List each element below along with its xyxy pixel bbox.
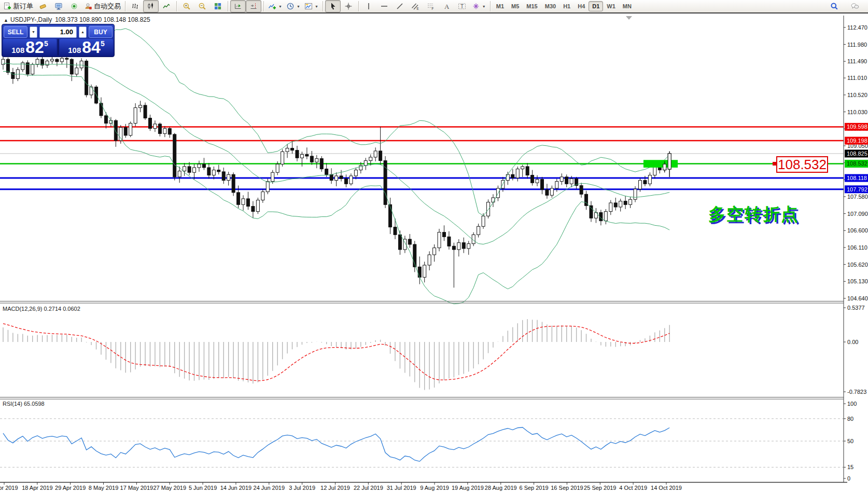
candle-body: [639, 181, 642, 189]
auto-trading-label: 自动交易: [94, 2, 121, 11]
candle-body: [134, 108, 137, 124]
date-label[interactable]: 25 Sep 2019: [584, 485, 616, 491]
date-label[interactable]: 12 Jul 2019: [320, 485, 350, 491]
timeframe-m15-button[interactable]: M15: [523, 1, 541, 11]
price-callout-108532[interactable]: 108.532: [776, 156, 828, 173]
timeframe-mn-button[interactable]: MN: [619, 1, 635, 11]
dropdown-arrow-icon[interactable]: ▼: [482, 5, 486, 8]
dropdown-arrow-icon[interactable]: ▼: [297, 5, 300, 8]
candle-body: [389, 204, 392, 227]
dropdown-arrow-icon[interactable]: ▼: [315, 5, 318, 8]
candlestick-chart-button[interactable]: [143, 0, 159, 12]
candle-body: [521, 167, 524, 169]
line-chart-button[interactable]: [159, 0, 174, 12]
buy-price[interactable]: 108845: [60, 39, 113, 56]
volume-input[interactable]: 1.00: [39, 26, 77, 38]
timeframe-h1-button[interactable]: H1: [559, 1, 574, 11]
date-label[interactable]: 17 May 2019: [120, 485, 153, 491]
candle-body: [663, 164, 666, 170]
date-label[interactable]: 8 May 2019: [89, 485, 118, 491]
cursor-button[interactable]: [325, 0, 341, 12]
vertical-line-tool-button[interactable]: [361, 0, 376, 12]
candle-body: [266, 182, 269, 192]
date-label[interactable]: 14 Jun 2019: [220, 485, 252, 491]
volume-decrease-button[interactable]: ▼: [30, 26, 37, 38]
templates-button[interactable]: ▼: [302, 0, 320, 12]
date-label[interactable]: 14 Oct 2019: [651, 485, 682, 491]
search-button[interactable]: [827, 0, 842, 12]
auto-scroll-button[interactable]: [230, 0, 246, 12]
sell-price[interactable]: 108825: [3, 39, 57, 56]
sell-price-big: 82: [25, 39, 44, 55]
chart-line-icon: [162, 2, 171, 10]
bar-chart-button[interactable]: [128, 0, 143, 12]
candle-body: [305, 155, 309, 156]
chat-icon: [851, 2, 859, 10]
periods-button[interactable]: ▼: [284, 0, 302, 12]
eraser-button[interactable]: [35, 0, 51, 12]
shift-marker-icon[interactable]: [626, 16, 632, 20]
date-label[interactable]: 28 Aug 2019: [485, 485, 517, 491]
sell-button[interactable]: SELL: [4, 26, 27, 38]
candle-body: [438, 232, 441, 248]
horizontal-line-tool-button[interactable]: [376, 0, 392, 12]
date-label[interactable]: 24 Jun 2019: [254, 485, 285, 491]
candle-body: [565, 177, 568, 184]
zoom-in-button[interactable]: [179, 0, 194, 12]
date-label[interactable]: 9 Apr 2019: [0, 485, 18, 491]
date-label[interactable]: 29 Apr 2019: [55, 485, 86, 491]
date-label[interactable]: 6 Sep 2019: [519, 485, 548, 491]
date-label[interactable]: 16 Sep 2019: [551, 485, 583, 491]
auto-trading-button[interactable]: 自动交易: [82, 0, 123, 12]
community-chat-button[interactable]: [847, 0, 863, 12]
zoom-out-button[interactable]: [194, 0, 210, 12]
collapse-panel-arrow[interactable]: ▲: [4, 18, 8, 23]
arrows-tool-button[interactable]: ▼: [470, 0, 488, 12]
candle-body: [202, 164, 205, 168]
date-label[interactable]: 19 Aug 2019: [452, 485, 484, 491]
chart-shift-button[interactable]: [246, 0, 261, 12]
chinese-annotation[interactable]: 多空转折点: [708, 203, 799, 226]
indicators-list-button[interactable]: ▼: [266, 0, 284, 12]
candle-body: [129, 124, 132, 135]
date-label[interactable]: 4 Oct 2019: [619, 485, 647, 491]
dropdown-arrow-icon[interactable]: ▼: [278, 5, 282, 8]
date-label[interactable]: 22 Jul 2019: [354, 485, 383, 491]
date-label[interactable]: 3 Jul 2019: [289, 485, 315, 491]
candle-body: [300, 155, 303, 158]
volume-increase-button[interactable]: ▲: [79, 26, 87, 38]
candle-body: [614, 203, 617, 207]
candle-body: [286, 148, 289, 152]
callout-anchor: [773, 162, 776, 166]
date-label[interactable]: 9 Aug 2019: [420, 485, 449, 491]
text-tool-button[interactable]: A: [439, 0, 454, 12]
crosshair-button[interactable]: [341, 0, 356, 12]
candle-body: [634, 189, 637, 199]
candle-body: [217, 170, 220, 172]
date-label[interactable]: 5 Jun 2019: [189, 485, 217, 491]
fibonacci-tool-button[interactable]: F: [423, 0, 439, 12]
timeframe-m30-button[interactable]: M30: [541, 1, 559, 11]
buy-button[interactable]: BUY: [89, 26, 113, 38]
equidistant-channel-tool-button[interactable]: E: [408, 0, 423, 12]
highlight-box[interactable]: [643, 160, 678, 168]
timeframe-h4-button[interactable]: H4: [574, 1, 589, 11]
text-label-tool-button[interactable]: T: [454, 0, 470, 12]
new-order-button[interactable]: 新订单: [1, 0, 35, 12]
timeframe-m1-button[interactable]: M1: [493, 1, 508, 11]
date-label[interactable]: 27 May 2019: [153, 485, 186, 491]
crosshair-icon: [344, 2, 353, 10]
timeframe-d1-button[interactable]: D1: [589, 1, 603, 11]
timeframe-w1-button[interactable]: W1: [603, 1, 619, 11]
date-label[interactable]: 18 Apr 2019: [22, 485, 52, 491]
candle-body: [144, 105, 147, 118]
candle-body: [310, 156, 313, 162]
timeframe-m5-button[interactable]: M5: [508, 1, 523, 11]
toolbar-separator: [358, 1, 359, 11]
metaeditor-button[interactable]: [51, 0, 66, 12]
tile-windows-button[interactable]: [210, 0, 226, 12]
signals-button[interactable]: [66, 0, 82, 12]
candle-body: [70, 59, 73, 74]
trendline-tool-button[interactable]: [392, 0, 408, 12]
date-label[interactable]: 31 Jul 2019: [387, 485, 416, 491]
